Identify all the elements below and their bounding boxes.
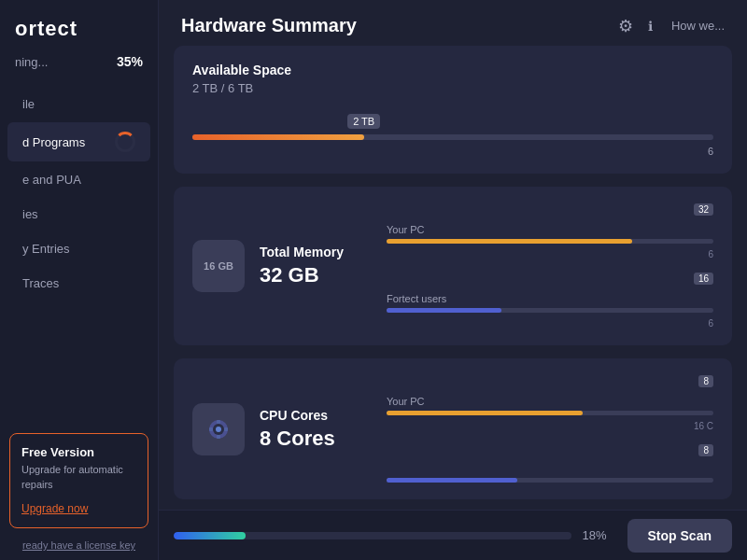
cpu-fortect-badge: 8 xyxy=(698,444,713,456)
license-link[interactable]: ready have a license key xyxy=(0,536,158,560)
cpu-pc-badge: 8 xyxy=(698,375,713,387)
cpu-fortect-fill xyxy=(387,478,517,483)
cpu-icon xyxy=(204,414,233,444)
bottom-bar: 18% Stop Scan xyxy=(159,510,747,560)
cpu-info: CPU Cores 8 Cores xyxy=(260,408,372,451)
sidebar-item-label-programs: d Programs xyxy=(22,135,85,149)
sidebar-item-label-registry: y Entries xyxy=(22,242,70,256)
cpu-card: CPU Cores 8 Cores 8 Your PC 16 C xyxy=(174,358,732,499)
your-pc-track xyxy=(387,239,713,244)
cpu-pc-track xyxy=(387,411,713,415)
cpu-value: 8 Cores xyxy=(260,427,372,451)
sidebar-item-file[interactable]: ile xyxy=(7,88,150,120)
fortect-badge: 16 xyxy=(694,273,713,285)
memory-your-pc-bar: 32 Your PC 6 xyxy=(387,203,713,259)
main-header: Hardware Summary ⚙ ℹ How we... xyxy=(159,0,747,46)
header-actions: ⚙ ℹ How we... xyxy=(618,16,725,36)
svg-rect-5 xyxy=(217,420,220,424)
memory-content: 16 GB Total Memory 32 GB 32 Your PC xyxy=(192,203,713,329)
available-space-progress: 2 TB xyxy=(192,108,713,140)
cpu-bars: 8 Your PC 16 C 8 xyxy=(387,375,713,483)
memory-bars: 32 Your PC 6 16 Fortect users xyxy=(387,203,713,329)
info-icon: ℹ xyxy=(648,19,653,34)
fortect-label: Fortect users xyxy=(387,293,713,304)
cpu-fortect-track xyxy=(387,478,713,483)
sidebar-item-pua[interactable]: e and PUA xyxy=(7,163,150,196)
scan-progress-track xyxy=(174,532,571,539)
memory-icon-box: 16 GB xyxy=(192,240,245,292)
memory-title: Total Memory xyxy=(260,245,372,259)
available-space-value: 2 TB / 6 TB xyxy=(192,81,713,95)
sidebar: ortect ning... 35% ile d Programs e and … xyxy=(0,0,159,560)
upgrade-link[interactable]: Upgrade now xyxy=(21,502,88,515)
upgrade-title: Free Version xyxy=(21,445,136,459)
memory-card: 16 GB Total Memory 32 GB 32 Your PC xyxy=(174,187,732,345)
scan-status: ning... 35% xyxy=(0,50,158,84)
cpu-content: CPU Cores 8 Cores 8 Your PC 16 C xyxy=(192,375,713,483)
sidebar-item-ies[interactable]: ies xyxy=(7,198,150,231)
available-space-title: Available Space xyxy=(192,63,713,77)
sidebar-item-label-ies: ies xyxy=(22,207,38,221)
memory-value: 32 GB xyxy=(260,263,372,287)
your-pc-fill xyxy=(387,239,632,244)
cpu-your-pc-bar: 8 Your PC 16 C xyxy=(387,375,713,431)
progress-label: 2 TB xyxy=(347,114,380,129)
mem-end-1: 6 xyxy=(387,249,713,259)
upgrade-box: Free Version Upgrade for automatic repai… xyxy=(9,433,148,528)
upgrade-desc: Upgrade for automatic repairs xyxy=(21,463,136,492)
sidebar-nav: ile d Programs e and PUA ies y Entries T… xyxy=(0,84,158,424)
app-logo: ortect xyxy=(0,0,158,50)
fortect-track xyxy=(387,308,713,313)
stop-scan-button[interactable]: Stop Scan xyxy=(627,519,732,553)
memory-fortect-bar: 16 Fortect users 6 xyxy=(387,273,713,329)
memory-info: Total Memory 32 GB xyxy=(260,245,372,287)
sidebar-item-label-file: ile xyxy=(22,97,35,111)
mem-end-2: 6 xyxy=(387,318,713,329)
progress-end-label: 6 xyxy=(192,146,713,157)
sidebar-item-label-traces: Traces xyxy=(22,276,59,290)
svg-rect-3 xyxy=(209,427,213,431)
cpu-fortect-bar: 8 xyxy=(387,444,713,483)
svg-rect-4 xyxy=(224,427,228,431)
sidebar-item-label-pua: e and PUA xyxy=(22,173,81,187)
progress-track: 2 TB xyxy=(192,134,713,140)
gear-icon[interactable]: ⚙ xyxy=(618,16,633,36)
svg-rect-6 xyxy=(217,435,220,439)
your-pc-badge: 32 xyxy=(694,203,713,216)
scan-progress-fill xyxy=(174,532,246,539)
memory-icon-text: 16 GB xyxy=(204,260,233,272)
cpu-pc-fill xyxy=(387,411,583,415)
main-panel: Hardware Summary ⚙ ℹ How we... Available… xyxy=(159,0,747,560)
fortect-fill xyxy=(387,308,501,313)
available-space-card: Available Space 2 TB / 6 TB 2 TB 6 xyxy=(174,46,732,174)
svg-point-2 xyxy=(216,427,221,432)
how-we-label[interactable]: How we... xyxy=(671,19,725,33)
cpu-end: 16 C xyxy=(387,421,713,431)
spinner-icon xyxy=(115,132,135,152)
your-pc-label: Your PC xyxy=(387,224,713,235)
cpu-icon-box xyxy=(192,403,245,455)
sidebar-item-traces[interactable]: Traces xyxy=(7,267,150,300)
sidebar-item-registry[interactable]: y Entries xyxy=(7,232,150,265)
scan-label: ning... xyxy=(15,55,48,69)
sidebar-item-programs[interactable]: d Programs xyxy=(7,122,150,161)
main-content: Available Space 2 TB / 6 TB 2 TB 6 16 GB… xyxy=(159,46,747,510)
scan-percent: 35% xyxy=(117,54,143,69)
progress-fill xyxy=(192,134,364,140)
cpu-pc-label: Your PC xyxy=(387,396,713,407)
page-title: Hardware Summary xyxy=(181,15,357,36)
cpu-title: CPU Cores xyxy=(260,408,372,423)
scan-percent-label: 18% xyxy=(583,528,616,542)
